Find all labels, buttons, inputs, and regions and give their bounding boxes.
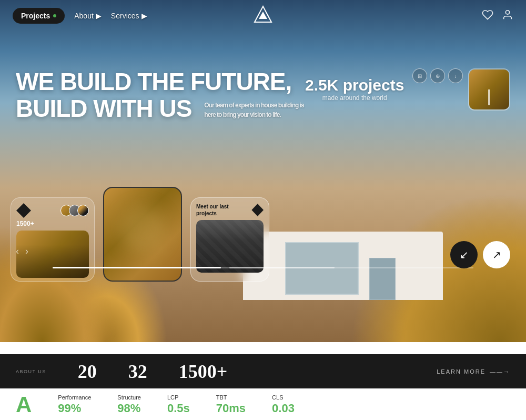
stats-badge: 2.5K projects made around the world — [305, 76, 404, 102]
active-dot — [53, 14, 56, 17]
learn-more-arrow-icon: ——→ — [490, 368, 510, 375]
about-us-text: ABOUT US — [16, 369, 46, 374]
hero-section: WE BUILD THE FUTURE, BUILD WITH US Our t… — [0, 0, 526, 342]
card1-header — [16, 203, 89, 218]
user-icon[interactable] — [502, 9, 513, 23]
grid-icon[interactable]: ⊞ — [412, 68, 427, 83]
stats-label: made around the world — [305, 94, 404, 102]
prev-arrow[interactable]: ‹ — [16, 246, 19, 257]
stats-number: 2.5K projects — [305, 76, 404, 94]
about-arrow-icon: ▶ — [96, 12, 102, 20]
lcp-value: 0.5s — [167, 402, 190, 415]
tbt-item: TBT 70ms — [216, 394, 246, 415]
counter-3-group: 1500+ — [179, 362, 228, 381]
projects-label: Projects — [21, 12, 50, 20]
project-card-1[interactable]: 1500+ — [11, 197, 95, 282]
cls-value: 0.03 — [272, 402, 295, 415]
avatars-group — [60, 205, 89, 216]
wishlist-icon[interactable] — [482, 9, 493, 23]
thumbnail-card[interactable] — [468, 68, 510, 111]
arrow-up-right-button[interactable]: ↗ — [483, 241, 510, 268]
lcp-item: LCP 0.5s — [167, 394, 190, 415]
house-door — [369, 258, 396, 300]
counter-3: 1500+ — [179, 362, 228, 381]
hero-title-line2: BUILD WITH US Our team of experts in hou… — [16, 95, 309, 122]
logo[interactable] — [252, 4, 274, 27]
house-window — [285, 242, 359, 295]
avatar-3 — [77, 205, 89, 216]
bottom-stats-bar: ABOUT US 20 32 1500+ LEARN MORE ——→ — [0, 354, 526, 388]
download-icon[interactable]: ↓ — [448, 68, 463, 83]
card3-label: Meet our last projects — [196, 203, 247, 217]
tbt-value: 70ms — [216, 402, 246, 415]
structure-item: Structure 98% — [117, 394, 141, 415]
lcp-label: LCP — [167, 394, 190, 401]
services-link[interactable]: Services ▶ — [111, 12, 147, 20]
slide-nav-arrows: ‹ › — [16, 246, 28, 257]
counter-1-group: 20 — [78, 362, 97, 381]
about-us-label: ABOUT US — [16, 369, 46, 374]
hero-title: WE BUILD THE FUTURE, BUILD WITH US Our t… — [16, 68, 309, 122]
action-icons-group: ⊞ ⊕ ↓ — [412, 68, 463, 83]
grade-badge: A — [16, 394, 32, 416]
performance-label: Performance — [58, 394, 91, 401]
performance-value: 99% — [58, 402, 91, 415]
hero-subtitle: Our team of experts in house building is… — [204, 101, 309, 119]
diamond-icon — [16, 203, 31, 218]
globe-icon[interactable]: ⊕ — [430, 68, 445, 83]
navbar: Projects About ▶ Services ▶ — [0, 0, 526, 32]
progress-bar — [53, 267, 473, 268]
learn-more-text: LEARN MORE — [437, 368, 485, 375]
card1-count: 1500+ — [16, 220, 89, 227]
card3-diamond-icon — [251, 204, 264, 216]
hero-title-line1: WE BUILD THE FUTURE, — [16, 68, 309, 95]
house-illustration — [243, 205, 443, 300]
project-card-3[interactable]: Meet our last projects — [190, 197, 269, 282]
progress-fill-secondary — [229, 267, 335, 268]
structure-value: 98% — [117, 402, 141, 415]
about-link[interactable]: About ▶ — [74, 12, 102, 20]
cls-item: CLS 0.03 — [272, 394, 295, 415]
services-arrow-icon: ▶ — [141, 12, 147, 20]
card3-image — [196, 220, 264, 273]
progress-fill-active — [53, 267, 221, 268]
next-arrow[interactable]: › — [25, 246, 28, 257]
hero-content: WE BUILD THE FUTURE, BUILD WITH US Our t… — [16, 68, 309, 122]
house-body — [243, 232, 443, 300]
cls-label: CLS — [272, 394, 295, 401]
nav-right — [482, 9, 513, 23]
nav-left: Projects About ▶ Services ▶ — [13, 8, 147, 24]
structure-label: Structure — [117, 394, 141, 401]
arrow-down-left-button[interactable]: ↙ — [450, 241, 478, 268]
learn-more-link[interactable]: LEARN MORE ——→ — [437, 368, 510, 375]
performance-bar: A Performance 99% Structure 98% LCP 0.5s… — [0, 388, 526, 420]
counter-2: 32 — [128, 362, 147, 381]
tbt-label: TBT — [216, 394, 246, 401]
services-label: Services — [111, 12, 139, 20]
action-circle-buttons: ↙ ↗ — [450, 241, 510, 268]
counter-2-group: 32 — [128, 362, 147, 381]
hero-title-line2-text: BUILD WITH US — [16, 95, 192, 122]
counter-1: 20 — [78, 362, 97, 381]
svg-point-2 — [505, 11, 509, 14]
projects-button[interactable]: Projects — [13, 8, 65, 24]
card3-header: Meet our last projects — [196, 203, 264, 217]
performance-item: Performance 99% — [58, 394, 91, 415]
about-label: About — [74, 12, 94, 20]
thumbnail-image — [469, 69, 509, 109]
